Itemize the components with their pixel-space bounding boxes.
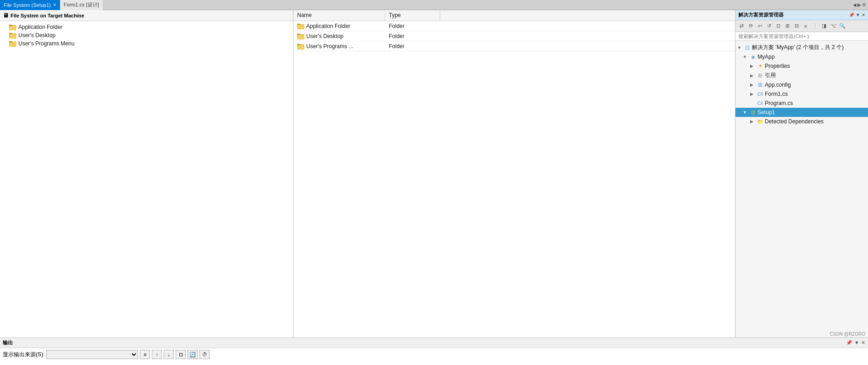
svg-rect-5 [9, 34, 16, 39]
right-panel: Name Type Application Folder Folder [293, 10, 735, 337]
folder-icon-3 [9, 40, 17, 47]
se-appconfig-label: App.config [765, 82, 791, 88]
se-btn-back[interactable]: ↩ [756, 22, 764, 30]
se-close-icon[interactable]: ✕ [862, 12, 865, 17]
se-myapp-label: MyApp [757, 54, 774, 60]
myapp-icon: ◈ [749, 53, 757, 61]
tab-filesystem[interactable]: File System (Setup1) ✕ [0, 0, 60, 10]
bottom-close-icon[interactable]: ✕ [861, 340, 865, 346]
col-header-name[interactable]: Name [293, 10, 385, 21]
tab-form[interactable]: Form1.cs [设计] [60, 0, 103, 10]
references-expand-arrow: ▶ [750, 73, 756, 78]
form1cs-icon: C# [757, 90, 764, 98]
se-setup1[interactable]: ▼ ⊡ Setup1 [735, 108, 868, 117]
bottom-panel: 输出 📌 ▼ ✕ 显示输出来源(S): ≡ ↑ ↓ ⊡ 🔄 ⏱ [0, 337, 868, 365]
svg-rect-12 [297, 24, 300, 25]
se-btn-newsolution[interactable]: ⊞ [783, 22, 791, 30]
bottom-pin-icon[interactable]: 📌 [846, 340, 852, 346]
folder-icon-1 [9, 24, 17, 30]
list-row-2[interactable]: User's Programs ... Folder [293, 41, 735, 51]
se-solution-root[interactable]: ▼ ⊡ 解决方案 'MyApp' (2 个项目，共 2 个) [735, 43, 868, 52]
list-row-0[interactable]: Application Folder Folder [293, 21, 735, 31]
list-header: Name Type [293, 10, 735, 21]
bottom-btn-2[interactable]: ↑ [152, 350, 162, 359]
list-cell-name-0: Application Folder [293, 22, 385, 30]
tree-item-users-programs-label: User's Programs Menu [18, 40, 74, 47]
se-programcs-label: Program.cs [765, 100, 793, 106]
list-row-1[interactable]: User's Desktop Folder [293, 31, 735, 41]
se-properties[interactable]: ▶ ✦ Properties [735, 61, 868, 71]
se-form1cs[interactable]: ▶ C# Form1.cs [735, 89, 868, 99]
se-btn-collapse[interactable]: ⋮ [811, 22, 819, 30]
list-folder-icon-2 [297, 43, 304, 50]
bottom-btn-5[interactable]: 🔄 [188, 350, 198, 359]
tab-scroll-left[interactable]: ◀ [853, 2, 857, 7]
bottom-btn-3[interactable]: ↓ [164, 350, 174, 359]
tab-scroll-right[interactable]: ▶ [857, 2, 861, 7]
tree-item-users-desktop[interactable]: User's Desktop [0, 31, 293, 39]
list-cell-name-2: User's Programs ... [293, 42, 385, 50]
computer-icon: 🖥 [3, 12, 9, 19]
folder-icon-2 [9, 32, 17, 39]
bottom-btn-1[interactable]: ≡ [140, 350, 150, 359]
se-appconfig[interactable]: ▶ ⊞ App.config [735, 80, 868, 89]
solution-expand-arrow: ▼ [737, 45, 743, 50]
se-programcs[interactable]: C# Program.cs [735, 99, 868, 108]
se-collapse-icon[interactable]: ▼ [856, 12, 860, 17]
list-folder-icon-0 [297, 23, 304, 29]
se-branding: CSDN @RZORO [735, 331, 868, 337]
list-cell-type-2: Folder [385, 42, 440, 50]
bottom-toolbar: 显示输出来源(S): ≡ ↑ ↓ ⊡ 🔄 ⏱ [0, 348, 868, 361]
se-btn-refresh[interactable]: ⊡ [774, 22, 782, 30]
svg-rect-17 [297, 45, 304, 50]
tree-item-application-folder[interactable]: Application Folder [0, 23, 293, 31]
se-pin-icon[interactable]: 📌 [849, 12, 854, 17]
svg-rect-9 [9, 41, 12, 42]
bottom-collapse-icon[interactable]: ▼ [854, 340, 859, 346]
se-myapp[interactable]: ▼ ◈ MyApp [735, 52, 868, 61]
tree-item-application-folder-label: Application Folder [18, 24, 62, 30]
se-references-label: 引用 [765, 72, 776, 79]
bottom-btn-4[interactable]: ⊡ [176, 350, 186, 359]
tree-item-users-programs[interactable]: User's Programs Menu [0, 39, 293, 48]
svg-rect-14 [297, 35, 304, 39]
se-btn-preview[interactable]: ◨ [820, 22, 828, 30]
svg-rect-18 [297, 44, 300, 45]
se-title-bar: 解决方案资源管理器 📌 ▼ ✕ [735, 10, 868, 20]
list-cell-type-0: Folder [385, 22, 440, 30]
list-cell-type-1: Folder [385, 32, 440, 40]
se-btn-filter[interactable]: ≡ [802, 22, 810, 30]
programcs-icon: C# [757, 100, 764, 107]
se-btn-search[interactable]: 🔍 [838, 22, 846, 30]
svg-rect-3 [9, 25, 12, 26]
se-title: 解决方案资源管理器 [738, 11, 784, 18]
bottom-btn-6[interactable]: ⏱ [199, 350, 210, 359]
se-btn-forward[interactable]: ↺ [765, 22, 773, 30]
tab-controls: ◀ ▶ ⚙ [851, 2, 868, 7]
appconfig-icon: ⊞ [757, 81, 764, 88]
se-search-bar[interactable] [735, 32, 868, 41]
solution-explorer: 解决方案资源管理器 📌 ▼ ✕ ⇄ ⟳ ↩ ↺ ⊡ ⊞ ⊟ ≡ ⋮ ◨ ⌥ 🔍 [735, 10, 868, 337]
se-setup1-label: Setup1 [757, 109, 775, 116]
se-detected-deps[interactable]: ▶ 📁 Detected Dependencies [735, 117, 868, 126]
left-tree: Application Folder User's Desktop User's… [0, 21, 293, 337]
col-header-type[interactable]: Type [385, 10, 440, 21]
main-area: 🖥 File System on Target Machine Applicat… [0, 10, 868, 337]
svg-rect-6 [9, 33, 12, 34]
se-btn-git[interactable]: ⌥ [829, 22, 837, 30]
tab-settings-icon[interactable]: ⚙ [862, 2, 866, 7]
se-references[interactable]: ▶ ⛓ 引用 [735, 71, 868, 80]
se-search-input[interactable] [738, 33, 865, 39]
bottom-source-select[interactable] [46, 350, 138, 359]
se-btn-showall[interactable]: ⊟ [792, 22, 801, 30]
se-solution-label: 解决方案 'MyApp' (2 个项目，共 2 个) [752, 44, 844, 51]
properties-expand-arrow: ▶ [750, 64, 756, 68]
appconfig-expand-arrow: ▶ [750, 83, 756, 87]
references-icon: ⛓ [757, 72, 764, 79]
se-btn-sync[interactable]: ⇄ [737, 22, 746, 30]
tab-close-filesystem[interactable]: ✕ [53, 2, 56, 7]
svg-rect-15 [297, 34, 300, 35]
detected-deps-expand-arrow: ▶ [750, 119, 756, 124]
se-btn-properties[interactable]: ⟳ [746, 22, 755, 30]
solution-icon: ⊡ [744, 44, 751, 51]
